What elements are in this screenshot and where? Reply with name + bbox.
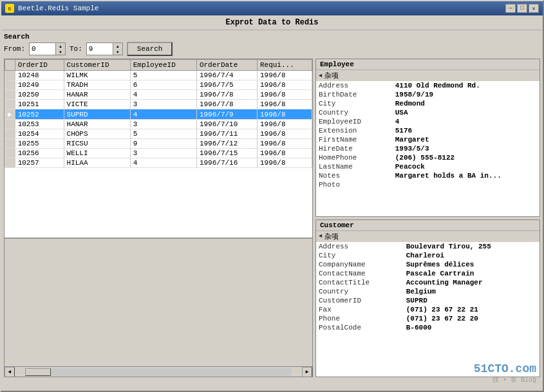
- customer-header: Customer: [316, 220, 539, 231]
- employee-misc-header: ◄ 杂项: [316, 70, 539, 81]
- cell-orderid: 10251: [15, 100, 64, 109]
- cell-employeeid: 4: [130, 90, 196, 100]
- employee-field-value: Margaret holds a BA in...: [393, 171, 539, 180]
- customer-field-value: Charleroi: [404, 251, 539, 260]
- minimize-button[interactable]: —: [505, 4, 516, 13]
- cell-employeeid: 4: [130, 109, 196, 120]
- cell-employeeid: 9: [130, 139, 196, 149]
- row-indicator: [5, 158, 15, 168]
- employee-scroll[interactable]: ◄ 杂项 Address 4110 Old Redmond Rd. BirthD…: [316, 70, 539, 216]
- from-input[interactable]: [30, 43, 55, 55]
- customer-field-key: CompanyName: [316, 260, 404, 269]
- title-bar-buttons: — □ ✕: [505, 4, 539, 13]
- cell-orderdate: 1996/7/11: [196, 129, 257, 139]
- col-orderid: OrderID: [15, 60, 64, 71]
- cell-orderid: 10252: [15, 109, 64, 120]
- to-spinner[interactable]: ▲ ▼: [86, 42, 123, 55]
- to-input[interactable]: [87, 43, 113, 55]
- employee-field-key: BirthDate: [316, 90, 393, 99]
- from-down-arrow[interactable]: ▼: [56, 49, 65, 55]
- horizontal-scrollbar[interactable]: ◄ ►: [5, 366, 312, 377]
- table-row[interactable]: 10255 RICSU 9 1996/7/12 1996/8: [5, 139, 312, 149]
- employee-field-row: EmployeeID 4: [316, 117, 539, 126]
- cell-required: 1996/8: [257, 109, 312, 120]
- customer-scroll[interactable]: ◄ 杂项 Address Boulevard Tirou, 255 City C…: [316, 231, 539, 377]
- main-window: B Beetle.Redis Sample — □ ✕ Exprot Data …: [0, 0, 544, 392]
- table-row[interactable]: 10254 CHOPS 5 1996/7/11 1996/8: [5, 129, 312, 139]
- customer-info-box: Customer ◄ 杂项 Address Boulevard Tirou, 2…: [315, 219, 540, 378]
- cell-customerid: HILAA: [64, 158, 130, 168]
- title-bar-left: B Beetle.Redis Sample: [5, 4, 98, 13]
- cell-customerid: SUPRD: [64, 109, 130, 120]
- scroll-thumb[interactable]: [25, 368, 51, 376]
- employee-field-row: FirstName Margaret: [316, 135, 539, 144]
- from-label: From:: [4, 45, 25, 53]
- customer-field-key: CustomerID: [316, 296, 404, 305]
- customer-field-row: City Charleroi: [316, 251, 539, 260]
- employee-field-key: Photo: [316, 180, 393, 189]
- scroll-right-arrow[interactable]: ►: [302, 367, 312, 377]
- table-scroll-area[interactable]: OrderID CustomerID EmployeeID OrderDate …: [5, 59, 312, 238]
- scroll-left-arrow[interactable]: ◄: [5, 367, 15, 377]
- customer-field-key: ContactName: [316, 269, 404, 278]
- cell-customerid: VICTE: [64, 100, 130, 109]
- to-up-arrow[interactable]: ▲: [113, 43, 122, 49]
- search-section: Search From: ▲ ▼ To: ▲ ▼: [4, 33, 540, 56]
- customer-field-value: (071) 23 67 22 21: [404, 305, 539, 314]
- employee-field-key: FirstName: [316, 135, 393, 144]
- cell-employeeid: 3: [130, 100, 196, 109]
- employee-field-row: Extension 5176: [316, 126, 539, 135]
- from-up-arrow[interactable]: ▲: [56, 43, 65, 49]
- cell-required: 1996/8: [257, 90, 312, 100]
- cell-employeeid: 6: [130, 80, 196, 90]
- table-row[interactable]: 10251 VICTE 3 1996/7/8 1996/8: [5, 100, 312, 109]
- employee-field-row: BirthDate 1958/9/19: [316, 90, 539, 99]
- customer-expand-icon[interactable]: ◄: [319, 233, 322, 239]
- table-row[interactable]: 10250 HANAR 4 1996/7/8 1996/8: [5, 90, 312, 100]
- right-panel: Employee ◄ 杂项 Address 4110 Old Redmond R…: [315, 59, 540, 377]
- customer-field-row: Address Boulevard Tirou, 255: [316, 242, 539, 251]
- cell-required: 1996/8: [257, 71, 312, 80]
- cell-orderid: 10254: [15, 129, 64, 139]
- table-row[interactable]: 10249 TRADH 6 1996/7/5 1996/8: [5, 80, 312, 90]
- cell-orderid: 10256: [15, 149, 64, 158]
- table-row[interactable]: ▶ 10252 SUPRD 4 1996/7/9 1996/8: [5, 109, 312, 120]
- title-bar: B Beetle.Redis Sample — □ ✕: [1, 1, 543, 15]
- scroll-track[interactable]: [25, 368, 292, 376]
- table-row[interactable]: 10256 WELLI 3 1996/7/15 1996/8: [5, 149, 312, 158]
- employee-field-key: Country: [316, 108, 393, 117]
- indicator-col-header: [5, 60, 15, 71]
- cell-customerid: WELLI: [64, 149, 130, 158]
- cell-orderdate: 1996/7/5: [196, 80, 257, 90]
- cell-required: 1996/8: [257, 139, 312, 149]
- cell-required: 1996/8: [257, 120, 312, 129]
- customer-field-key: Address: [316, 242, 404, 251]
- cell-orderdate: 1996/7/9: [196, 109, 257, 120]
- cell-customerid: RICSU: [64, 139, 130, 149]
- maximize-button[interactable]: □: [517, 4, 527, 13]
- employee-field-value: 5176: [393, 126, 539, 135]
- customer-field-row: PostalCode B-6000: [316, 323, 539, 332]
- employee-field-key: EmployeeID: [316, 117, 393, 126]
- watermark-line1: 51CTO.com: [474, 362, 536, 375]
- table-row[interactable]: 10253 HANAR 3 1996/7/10 1996/8: [5, 120, 312, 129]
- cell-customerid: WILMK: [64, 71, 130, 80]
- employee-field-key: Address: [316, 81, 393, 90]
- content-area: OrderID CustomerID EmployeeID OrderDate …: [4, 59, 540, 377]
- from-spinner[interactable]: ▲ ▼: [29, 42, 66, 55]
- customer-field-key: PostalCode: [316, 323, 404, 332]
- table-row[interactable]: 10248 WILMK 5 1996/7/4 1996/8: [5, 71, 312, 80]
- employee-field-row: Notes Margaret holds a BA in...: [316, 171, 539, 180]
- close-button[interactable]: ✕: [529, 4, 539, 13]
- employee-expand-icon[interactable]: ◄: [319, 73, 322, 79]
- employee-field-key: HomePhone: [316, 153, 393, 162]
- customer-field-key: ContactTitle: [316, 278, 404, 287]
- employee-field-value: Redmond: [393, 99, 539, 108]
- to-down-arrow[interactable]: ▼: [113, 49, 122, 55]
- employee-field-value: 4: [393, 117, 539, 126]
- table-row[interactable]: 10257 HILAA 4 1996/7/16 1996/8: [5, 158, 312, 168]
- employee-field-key: Notes: [316, 171, 393, 180]
- employee-field-key: HireDate: [316, 144, 393, 153]
- table-body: 10248 WILMK 5 1996/7/4 1996/8 10249 TRAD…: [5, 71, 312, 168]
- search-button[interactable]: Search: [127, 42, 173, 56]
